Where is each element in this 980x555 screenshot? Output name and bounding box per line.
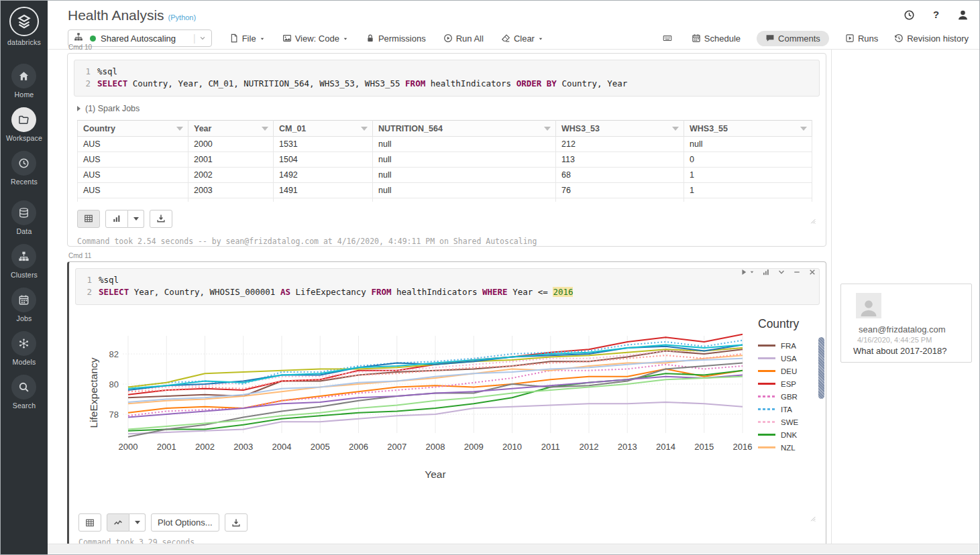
sidebar-item-circle (11, 200, 36, 225)
code-text: SELECT Year, Country, WHOSIS_000001 AS L… (99, 286, 573, 298)
sidebar-item-recents[interactable]: Recents (6, 151, 42, 186)
menu-label: Permissions (378, 34, 426, 44)
cmd10-code-editor[interactable]: 1%sql2SELECT Country, Year, CM_01, NUTRI… (74, 60, 820, 97)
sidebar-item-home[interactable]: Home (6, 64, 42, 99)
sidebar-item-circle (11, 375, 36, 399)
menu-clear[interactable]: Clear (501, 34, 543, 44)
sidebar-item-search[interactable]: Search (6, 375, 42, 410)
sidebar-item-jobs[interactable]: Jobs (6, 288, 42, 322)
databricks-logo-label: databricks (7, 38, 41, 46)
question-icon[interactable]: ? (930, 9, 942, 21)
legend-entry-esp[interactable]: ESP (758, 377, 820, 390)
column-header-cm_01[interactable]: CM_01 (274, 121, 373, 137)
calendar-icon (692, 34, 701, 43)
legend-entry-ita[interactable]: ITA (758, 403, 820, 416)
clock-icon[interactable] (904, 9, 915, 21)
menu-file[interactable]: File (229, 34, 265, 44)
column-header-whs3_53[interactable]: WHS3_53 (556, 121, 684, 137)
cmd10-cell: 1%sql2SELECT Country, Year, CM_01, NUTRI… (67, 53, 826, 247)
legend-entry-swe[interactable]: SWE (758, 416, 820, 428)
svg-text:2012: 2012 (580, 442, 599, 452)
legend-entry-gbr[interactable]: GBR (758, 390, 820, 403)
line-number: 1 (74, 66, 97, 78)
close-button[interactable] (808, 268, 816, 276)
legend-label: SWE (781, 418, 798, 426)
legend-swatch (758, 446, 775, 448)
column-header-label: Country (83, 124, 115, 133)
legend-entry-usa[interactable]: USA (758, 352, 820, 365)
table-cell: AUS (78, 152, 188, 168)
chevron-down-button[interactable] (777, 268, 785, 276)
user-icon[interactable] (957, 9, 969, 21)
legend-scrollbar[interactable] (818, 337, 824, 399)
spark-jobs-toggle[interactable]: (1) Spark Jobs (68, 97, 826, 113)
minus-button[interactable] (793, 268, 801, 276)
menu-permissions[interactable]: Permissions (366, 34, 426, 44)
legend-entries: FRAUSADEUESPGBRITASWEDNKNZL (758, 339, 820, 454)
svg-text:2013: 2013 (618, 442, 637, 452)
legend-label: USA (781, 355, 797, 363)
minus-icon (793, 268, 801, 276)
sidebar-item-data[interactable]: Data (6, 200, 42, 235)
resize-handle-icon[interactable] (810, 514, 818, 522)
sidebar-item-clusters[interactable]: Clusters (6, 244, 42, 279)
column-header-label: NUTRITION_564 (378, 124, 443, 133)
databricks-logo[interactable]: databricks (7, 7, 41, 46)
menu-runs[interactable]: Runs (845, 34, 878, 44)
svg-text:2010: 2010 (502, 442, 522, 452)
legend-entry-nzl[interactable]: NZL (758, 441, 820, 454)
table-cell: AUS (78, 183, 188, 198)
resize-handle-icon[interactable] (810, 217, 818, 225)
show-chart-button[interactable] (105, 210, 128, 228)
database-icon (18, 207, 30, 219)
column-header-label: WHS3_53 (561, 124, 600, 133)
svg-text:2016: 2016 (733, 442, 753, 452)
column-header-country[interactable]: Country (78, 121, 188, 137)
menu-run-all[interactable]: Run All (443, 34, 484, 44)
table-cell: 2000 (188, 137, 274, 152)
menu-keyboard[interactable] (663, 34, 675, 43)
svg-text:2014: 2014 (656, 442, 675, 452)
column-header-whs3_55[interactable]: WHS3_55 (684, 121, 812, 137)
download-results-button[interactable] (225, 513, 248, 532)
table-cell: 212 (556, 137, 684, 152)
chart-type-dropdown[interactable] (129, 513, 146, 532)
menu-revision-history[interactable]: Revision history (894, 34, 969, 44)
column-header-year[interactable]: Year (188, 121, 274, 137)
menu-view-code[interactable]: View: Code (282, 34, 348, 44)
legend-swatch (758, 434, 775, 436)
cmd11-code-editor[interactable]: 1%sql2SELECT Year, Country, WHOSIS_00000… (75, 268, 820, 305)
keyboard-icon (663, 34, 672, 43)
show-chart-button[interactable] (107, 513, 129, 532)
sidebar-item-models[interactable]: Models (6, 331, 42, 366)
table-cell: 1492 (274, 168, 373, 183)
legend-entry-deu[interactable]: DEU (758, 365, 820, 377)
download-icon (231, 518, 241, 528)
caret-down-icon (260, 36, 265, 42)
cmd11-cell: 1%sql2SELECT Year, Country, WHOSIS_00000… (67, 261, 826, 548)
sidebar-item-workspace[interactable]: Workspace (6, 107, 42, 142)
workspace-icon (18, 114, 30, 125)
chart-type-dropdown[interactable] (128, 210, 144, 228)
show-table-button[interactable] (77, 210, 100, 228)
caret-down-icon (538, 36, 543, 42)
cluster-status-dot (90, 36, 96, 42)
chevron-down-icon[interactable] (199, 32, 206, 44)
column-header-nutrition_564[interactable]: NUTRITION_564 (373, 121, 556, 137)
svg-text:2006: 2006 (349, 442, 368, 452)
show-table-button[interactable] (78, 513, 101, 532)
legend-label: FRA (781, 342, 796, 350)
legend-entry-dnk[interactable]: DNK (758, 428, 820, 441)
download-results-button[interactable] (150, 210, 172, 228)
notebook-language-badge: (Python) (168, 13, 197, 21)
sidebar-item-circle (11, 107, 36, 132)
menu-schedule[interactable]: Schedule (692, 34, 741, 44)
bar-chart-button[interactable] (762, 268, 770, 276)
plot-options-button[interactable]: Plot Options... (151, 513, 219, 532)
run-cell-button[interactable] (740, 268, 755, 276)
code-text: %sql (97, 66, 117, 78)
legend-entry-fra[interactable]: FRA (758, 339, 820, 352)
table-cell: 2001 (188, 152, 274, 168)
cmd10-status: Command took 2.54 seconds -- by sean@fri… (77, 237, 826, 246)
table-grid-icon (84, 214, 93, 223)
